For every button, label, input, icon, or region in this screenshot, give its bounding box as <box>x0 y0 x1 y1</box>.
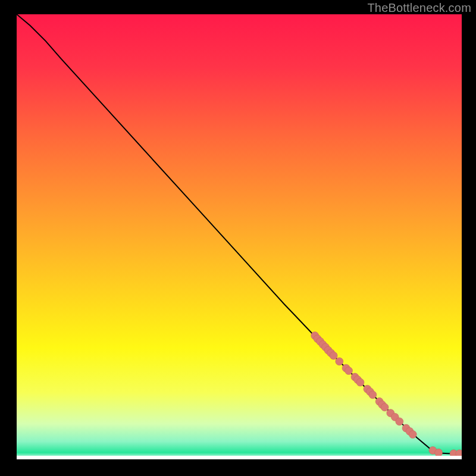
baseline-strip <box>17 456 462 459</box>
data-marker <box>409 431 416 439</box>
data-marker <box>336 358 343 365</box>
data-marker <box>330 352 337 359</box>
curve-line <box>17 14 462 453</box>
data-marker <box>356 378 364 386</box>
chart-overlay <box>17 14 462 459</box>
data-marker <box>435 449 443 456</box>
data-marker <box>369 391 377 399</box>
marker-group <box>311 332 462 458</box>
watermark-label: TheBottleneck.com <box>367 1 471 15</box>
data-marker <box>396 418 403 425</box>
data-marker <box>381 403 389 411</box>
data-marker <box>345 367 353 375</box>
chart-area <box>17 14 462 459</box>
